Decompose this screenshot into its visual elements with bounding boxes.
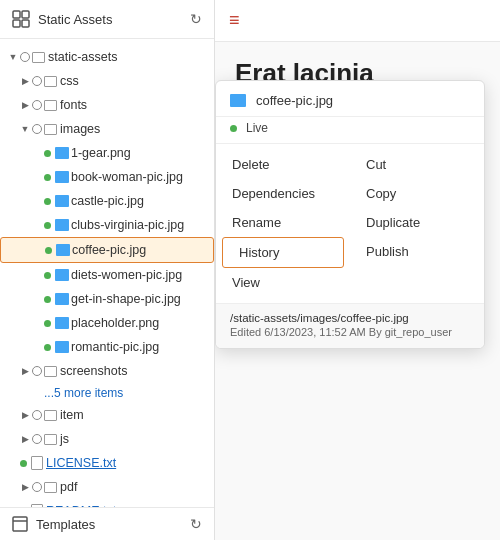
tree-item-book-woman[interactable]: book-woman-pic.jpg [0, 165, 214, 189]
panel-footer[interactable]: Templates ↻ [0, 507, 214, 540]
refresh-icon[interactable]: ↻ [190, 11, 202, 27]
chevron-icon: ▼ [8, 50, 18, 64]
tree-item-item[interactable]: ▶ item [0, 403, 214, 427]
folder-icon [44, 100, 57, 111]
status-dot [230, 125, 237, 132]
folder-icon [44, 482, 57, 493]
status-text: Live [246, 121, 268, 135]
context-menu-filename: coffee-pic.jpg [256, 93, 333, 108]
folder-icon [44, 434, 57, 445]
tree-label: images [60, 119, 100, 139]
tree-item-screenshots[interactable]: ▶ screenshots [0, 359, 214, 383]
tree-label: LICENSE.txt [46, 453, 116, 473]
tree-item-diets-women[interactable]: diets-women-pic.jpg [0, 263, 214, 287]
assets-icon [12, 10, 30, 28]
status-dot [44, 272, 51, 279]
chevron-icon: ▼ [20, 122, 30, 136]
menu-item-publish[interactable]: Publish [350, 237, 484, 268]
tree-label: screenshots [60, 361, 127, 381]
context-menu-header: coffee-pic.jpg [216, 87, 484, 117]
svg-rect-0 [13, 11, 20, 18]
tree-label: fonts [60, 95, 87, 115]
tree-label: placeholder.png [71, 313, 159, 333]
chevron-icon: ▶ [20, 98, 30, 112]
folder-icon [32, 52, 45, 63]
svg-rect-4 [13, 517, 27, 531]
panel-title: Static Assets [38, 12, 182, 27]
circle-icon [32, 366, 42, 376]
folder-icon [44, 410, 57, 421]
folder-icon [44, 124, 57, 135]
folder-icon [44, 366, 57, 377]
image-file-icon [55, 219, 69, 231]
image-file-icon [55, 195, 69, 207]
menu-item-copy[interactable]: Copy [350, 179, 484, 208]
menu-item-delete[interactable]: Delete [216, 150, 350, 179]
tree-item-readme[interactable]: README.txt [0, 499, 214, 507]
status-dot [44, 174, 51, 181]
tree-label: 1-gear.png [71, 143, 131, 163]
tree-item-js[interactable]: ▶ js [0, 427, 214, 451]
image-file-icon [55, 317, 69, 329]
context-menu-file-icon [230, 94, 246, 107]
tree-item-pdf[interactable]: ▶ pdf [0, 475, 214, 499]
context-menu-grid: Delete Cut Dependencies Copy Rename Dupl… [216, 144, 484, 303]
status-dot [44, 344, 51, 351]
hamburger-icon[interactable]: ≡ [229, 10, 240, 31]
menu-item-dependencies[interactable]: Dependencies [216, 179, 350, 208]
chevron-icon: ▶ [20, 408, 30, 422]
panel-header: Static Assets ↻ [0, 0, 214, 39]
image-file-icon [55, 269, 69, 281]
menu-item-view[interactable]: View [216, 268, 484, 297]
chevron-icon: ▶ [20, 432, 30, 446]
tree-item-get-in-shape[interactable]: get-in-shape-pic.jpg [0, 287, 214, 311]
templates-icon [12, 516, 28, 532]
file-icon [31, 456, 43, 470]
circle-icon [20, 52, 30, 62]
templates-refresh-icon[interactable]: ↻ [190, 516, 202, 532]
status-dot [44, 222, 51, 229]
tree-item-clubs-virginia[interactable]: clubs-virginia-pic.jpg [0, 213, 214, 237]
tree-label: romantic-pic.jpg [71, 337, 159, 357]
circle-icon [32, 124, 42, 134]
more-items-link[interactable]: ...5 more items [0, 383, 214, 403]
image-file-icon [55, 341, 69, 353]
tree-item-css[interactable]: ▶ css [0, 69, 214, 93]
tree-item-placeholder[interactable]: placeholder.png [0, 311, 214, 335]
image-file-icon [56, 244, 70, 256]
tree-label: item [60, 405, 84, 425]
tree-label: book-woman-pic.jpg [71, 167, 183, 187]
svg-rect-1 [22, 11, 29, 18]
menu-item-cut[interactable]: Cut [350, 150, 484, 179]
menu-item-history[interactable]: History [222, 237, 344, 268]
tree-label: static-assets [48, 47, 117, 67]
image-file-icon [55, 171, 69, 183]
tree-item-fonts[interactable]: ▶ fonts [0, 93, 214, 117]
context-menu: coffee-pic.jpg Live Delete Cut Dependenc… [215, 80, 485, 349]
tree-item-images[interactable]: ▼ images [0, 117, 214, 141]
context-menu-footer: /static-assets/images/coffee-pic.jpg Edi… [216, 303, 484, 348]
tree-item-coffee-pic[interactable]: coffee-pic.jpg [0, 237, 214, 263]
tree-item-1-gear[interactable]: 1-gear.png [0, 141, 214, 165]
content-panel: ≡ Erat lacinia 🙂 Smile Smile, aenean or … [215, 0, 500, 540]
status-dot [45, 247, 52, 254]
tree-label: pdf [60, 477, 77, 497]
content-header: ≡ [215, 0, 500, 42]
tree-label: css [60, 71, 79, 91]
chevron-icon: ▶ [20, 480, 30, 494]
tree-label: castle-pic.jpg [71, 191, 144, 211]
tree-item-castle[interactable]: castle-pic.jpg [0, 189, 214, 213]
menu-item-rename[interactable]: Rename [216, 208, 350, 237]
context-menu-path: /static-assets/images/coffee-pic.jpg [230, 312, 470, 324]
tree-item-romantic[interactable]: romantic-pic.jpg [0, 335, 214, 359]
tree-item-license[interactable]: LICENSE.txt [0, 451, 214, 475]
circle-icon [32, 434, 42, 444]
tree-item-static-assets[interactable]: ▼ static-assets [0, 45, 214, 69]
tree-label: coffee-pic.jpg [72, 240, 146, 260]
footer-label: Templates [36, 517, 182, 532]
context-menu-edited: Edited 6/13/2023, 11:52 AM By git_repo_u… [230, 326, 470, 338]
status-dot [44, 320, 51, 327]
status-dot [44, 150, 51, 157]
circle-icon [32, 100, 42, 110]
menu-item-duplicate[interactable]: Duplicate [350, 208, 484, 237]
